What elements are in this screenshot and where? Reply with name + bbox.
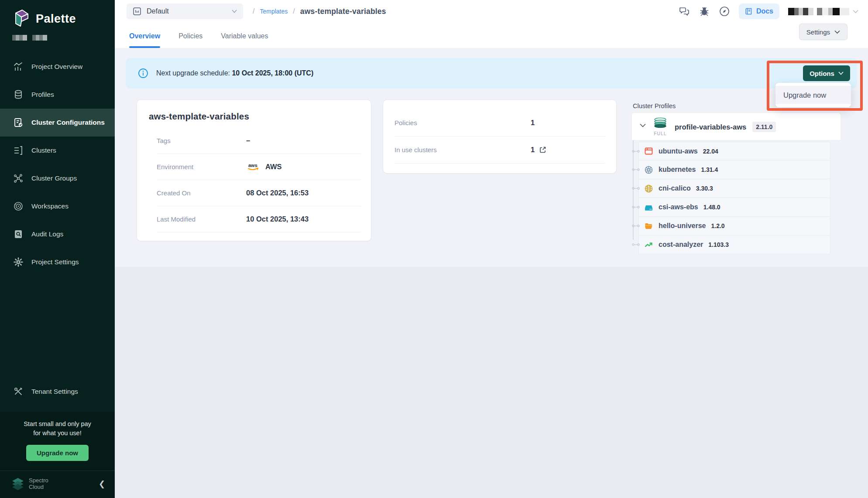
sidebar-item-project-settings[interactable]: Project Settings <box>0 248 115 276</box>
main-header: Default / Templates / aws-template-varia… <box>115 0 868 48</box>
tree-branch-icon <box>632 149 640 153</box>
sidebar-item-project-overview[interactable]: Project Overview <box>0 53 115 81</box>
sidebar-bottom: Tenant Settings Start small and only pay… <box>0 378 115 498</box>
breadcrumb-current: aws-template-variables <box>300 7 386 16</box>
template-name-title: aws-template-variables <box>137 100 371 122</box>
user-menu[interactable] <box>788 8 858 15</box>
folder-layer-icon <box>644 222 653 231</box>
gear-icon <box>13 257 24 267</box>
bug-report-icon[interactable] <box>699 6 710 17</box>
trend-layer-icon <box>644 240 653 249</box>
brand-name: Palette <box>36 12 76 26</box>
tree-branch-icon <box>632 224 640 228</box>
profile-version-badge: 2.11.0 <box>752 122 776 132</box>
template-overview-card: aws-template-variables Tags – Environmen… <box>137 99 371 241</box>
external-link-icon[interactable] <box>539 146 546 153</box>
palette-logo-icon <box>12 9 31 29</box>
svg-text:aws: aws <box>248 163 257 168</box>
profile-name: profile-variables-aws 2.11.0 <box>675 113 776 141</box>
storage-layer-icon <box>644 203 653 212</box>
sidebar-item-profiles[interactable]: Profiles <box>0 81 115 109</box>
in-use-clusters-row: In use clusters 1 <box>395 136 605 164</box>
options-dropdown: Upgrade now <box>775 83 851 107</box>
usage-card: Policies 1 In use clusters 1 <box>383 99 617 174</box>
sidebar-footer: Spectro Cloud ❮ <box>0 471 115 498</box>
environment-row: Environment aws AWS <box>157 154 361 180</box>
profile-stack-icon <box>653 116 668 130</box>
page-tabs: Overview Policies Variable values <box>129 32 268 48</box>
breadcrumb-templates-link[interactable]: Templates <box>260 8 288 15</box>
redacted-username <box>788 8 813 15</box>
os-layer-icon <box>644 147 653 156</box>
chevron-down-icon <box>834 30 840 34</box>
content: Next upgrade schedule: 10 Oct 2025, 18:0… <box>115 48 868 498</box>
aws-logo-icon: aws <box>246 162 261 172</box>
tree-branch-icon <box>632 186 640 191</box>
tab-variable-values[interactable]: Variable values <box>221 32 268 48</box>
layer-row-cni-calico[interactable]: cni-calico 3.30.3 <box>638 179 830 198</box>
cluster-profile-header: FULL profile-variables-aws 2.11.0 <box>631 113 841 140</box>
spectro-cloud-mark-icon <box>11 477 24 491</box>
collapse-sidebar-icon[interactable]: ❮ <box>99 479 105 489</box>
chevron-down-icon <box>853 10 858 14</box>
redacted-block <box>12 35 27 41</box>
orbit-icon <box>13 201 24 211</box>
redacted-username <box>817 8 849 15</box>
cluster-profiles-title: Cluster Profiles <box>633 102 676 109</box>
profile-layers-list: ubuntu-aws 22.04 kubernetes <box>638 142 830 254</box>
book-icon <box>745 7 753 15</box>
banner-text: Next upgrade schedule: 10 Oct 2025, 18:0… <box>156 69 313 77</box>
database-icon <box>13 89 24 100</box>
spectro-cloud-logo: Spectro Cloud <box>11 477 99 491</box>
network-layer-icon <box>644 184 653 193</box>
info-icon <box>138 68 148 78</box>
tree-branch-icon <box>632 242 640 247</box>
profile-type-label: FULL <box>649 131 671 136</box>
last-modified-row: Last Modified 10 Oct 2025, 13:43 <box>157 206 361 232</box>
layer-row-cost-analyzer[interactable]: cost-analyzer 1.103.3 <box>638 235 830 254</box>
chevron-down-icon[interactable] <box>640 123 646 127</box>
settings-button[interactable]: Settings <box>799 24 847 40</box>
document-check-icon <box>13 117 24 128</box>
chevron-down-icon <box>838 72 844 75</box>
project-selector-value: Default <box>147 7 226 15</box>
sidebar: Palette Project Overview <box>0 0 115 498</box>
layer-row-kubernetes[interactable]: kubernetes 1.31.4 <box>638 160 830 179</box>
kubernetes-layer-icon <box>644 165 653 174</box>
layer-row-hello-universe[interactable]: hello-universe 1.2.0 <box>638 217 830 235</box>
policies-row: Policies 1 <box>395 109 605 136</box>
sidebar-item-cluster-configurations[interactable]: Cluster Configurations <box>0 109 115 136</box>
tree-branch-icon <box>632 167 640 172</box>
project-icon <box>133 7 141 16</box>
tools-icon <box>13 386 24 397</box>
layer-row-csi-aws-ebs[interactable]: csi-aws-ebs 1.48.0 <box>638 198 830 217</box>
chevron-down-icon <box>232 10 237 13</box>
upgrade-now-menu-item[interactable]: Upgrade now <box>775 86 851 104</box>
upgrade-schedule-banner: Next upgrade schedule: 10 Oct 2025, 18:0… <box>126 58 857 89</box>
options-button[interactable]: Options <box>803 65 850 81</box>
tab-overview[interactable]: Overview <box>129 32 160 48</box>
layer-row-ubuntu-aws[interactable]: ubuntu-aws 22.04 <box>638 142 830 160</box>
tab-policies[interactable]: Policies <box>178 32 202 48</box>
sidebar-item-workspaces[interactable]: Workspaces <box>0 192 115 220</box>
bar-chart-icon <box>13 61 24 72</box>
upgrade-promo: Start small and only pay for what you us… <box>0 412 115 471</box>
brand: Palette <box>0 0 115 29</box>
audit-log-icon <box>13 229 24 239</box>
compass-icon[interactable] <box>719 6 730 17</box>
docs-button[interactable]: Docs <box>739 3 779 19</box>
sidebar-upgrade-now-button[interactable]: Upgrade now <box>26 445 89 461</box>
spectro-cloud-name: Spectro Cloud <box>29 478 48 491</box>
nodes-icon <box>13 173 24 184</box>
project-selector[interactable]: Default <box>127 3 243 19</box>
sidebar-item-cluster-groups[interactable]: Cluster Groups <box>0 164 115 192</box>
sidebar-redacted-info <box>0 29 115 41</box>
sidebar-item-clusters[interactable]: Clusters <box>0 136 115 164</box>
tags-row: Tags – <box>157 128 361 154</box>
sidebar-item-tenant-settings[interactable]: Tenant Settings <box>0 378 115 406</box>
created-on-row: Created On 08 Oct 2025, 16:53 <box>157 180 361 206</box>
server-list-icon <box>13 145 24 156</box>
sidebar-item-audit-logs[interactable]: Audit Logs <box>0 220 115 248</box>
chat-icon[interactable] <box>679 6 690 17</box>
breadcrumb: / Templates / aws-template-variables <box>253 7 386 16</box>
